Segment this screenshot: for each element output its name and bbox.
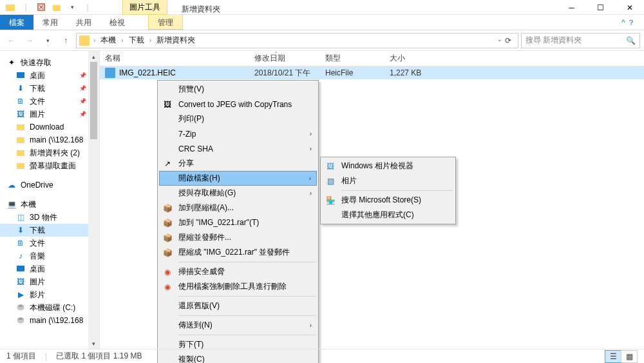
scroll-down-icon[interactable]: ▾ bbox=[88, 338, 99, 349]
ctx-grant-access[interactable]: 授與存取權給(G)› bbox=[159, 186, 317, 201]
nav-main-share-b[interactable]: ⛃main (\\192.168 bbox=[0, 314, 99, 327]
chevron-right-icon[interactable]: › bbox=[147, 37, 154, 44]
nav-recent-dropdown[interactable]: ▾ bbox=[40, 33, 55, 48]
minimize-button[interactable]: ─ bbox=[557, 0, 586, 15]
nav-desktop[interactable]: 桌面📌 bbox=[0, 69, 99, 82]
ribbon-tab-view[interactable]: 檢視 bbox=[100, 15, 134, 30]
store-icon: 🏪 bbox=[325, 195, 336, 206]
nav-quick-access[interactable]: ✦快速存取 bbox=[0, 56, 99, 69]
nav-music[interactable]: ♪音樂 bbox=[0, 250, 99, 262]
nav-main-share[interactable]: main (\\192.168 bbox=[0, 133, 99, 146]
ctx-7zip[interactable]: 7-Zip› bbox=[159, 126, 317, 141]
new-folder-small-icon[interactable] bbox=[52, 2, 62, 12]
sub-ms-store[interactable]: 🏪搜尋 Microsoft Store(S) bbox=[322, 193, 454, 208]
refresh-icon[interactable]: ⟳ bbox=[505, 36, 511, 45]
search-box[interactable]: 搜尋 新增資料夾 🔍 bbox=[521, 33, 640, 48]
breadcrumb-dropdown-icon[interactable]: ⌄ bbox=[497, 36, 502, 45]
ctx-add-rar[interactable]: 📦加到 "IMG_0221.rar"(T) bbox=[159, 215, 317, 230]
ctx-add-archive[interactable]: 📦加到壓縮檔(A)... bbox=[159, 201, 317, 215]
file-date: 2018/10/21 下午 bbox=[249, 68, 320, 79]
scroll-thumb[interactable] bbox=[90, 62, 97, 139]
ribbon-help-button[interactable]: ^ ？ bbox=[612, 15, 644, 30]
properties-icon[interactable] bbox=[36, 2, 46, 12]
ctx-crcsha[interactable]: CRC SHA› bbox=[159, 141, 317, 156]
ribbon-tab-share[interactable]: 共用 bbox=[67, 15, 100, 30]
separator bbox=[178, 335, 316, 335]
qat-dropdown-icon[interactable]: ▾ bbox=[67, 2, 77, 12]
ctx-restore-previous[interactable]: 還原舊版(V) bbox=[159, 299, 317, 313]
nav-desktop-pc[interactable]: 桌面 bbox=[0, 262, 99, 275]
nav-label: 桌面 bbox=[30, 70, 45, 81]
view-details-button[interactable]: ☰ bbox=[605, 350, 621, 363]
nav-screenshots[interactable]: 螢幕擷取畫面 bbox=[0, 159, 99, 172]
search-placeholder: 搜尋 新增資料夾 bbox=[526, 35, 622, 46]
breadcrumb-folder[interactable]: 新增資料夾 bbox=[155, 35, 196, 46]
nav-label: 桌面 bbox=[30, 264, 45, 275]
chevron-right-icon[interactable]: › bbox=[91, 37, 98, 44]
separator bbox=[178, 315, 316, 316]
winrar-icon: 📦 bbox=[162, 202, 173, 214]
ctx-send-to[interactable]: 傳送到(N)› bbox=[159, 318, 317, 333]
col-type[interactable]: 類型 bbox=[320, 51, 384, 66]
ctx-compress-email[interactable]: 📦壓縮並發郵件... bbox=[159, 230, 317, 245]
col-date[interactable]: 修改日期 bbox=[249, 51, 320, 66]
ribbon-tab-file[interactable]: 檔案 bbox=[0, 15, 33, 30]
window-title: 新增資料夾 bbox=[167, 4, 220, 15]
separator bbox=[178, 296, 316, 297]
divider-icon: | bbox=[21, 2, 31, 12]
nav-scrollbar[interactable]: ▴ ▾ bbox=[88, 51, 99, 349]
ctx-scan-virus[interactable]: ◉掃描安全威脅 bbox=[159, 264, 317, 279]
picture-icon: 🖼 bbox=[15, 109, 26, 119]
ctx-print[interactable]: 列印(P) bbox=[159, 112, 317, 126]
nav-forward-button[interactable]: → bbox=[22, 33, 37, 48]
file-row[interactable]: IMG_0221.HEIC 2018/10/21 下午 HeicFile 1,2… bbox=[100, 66, 644, 79]
chevron-right-icon: › bbox=[310, 145, 312, 152]
search-icon[interactable]: 🔍 bbox=[626, 36, 636, 45]
ctx-open-with[interactable]: 開啟檔案(H)› bbox=[159, 171, 317, 186]
chevron-right-icon[interactable]: › bbox=[118, 37, 126, 44]
nav-thispc[interactable]: 💻本機 bbox=[0, 198, 99, 211]
view-large-icons-button[interactable]: ▦ bbox=[621, 350, 638, 363]
nav-download-en[interactable]: Download bbox=[0, 121, 99, 133]
ctx-force-delete[interactable]: ◉使用檔案強制刪除工具進行刪除 bbox=[159, 279, 317, 294]
ctx-compress-rar-email[interactable]: 📦壓縮成 "IMG_0221.rar" 並發郵件 bbox=[159, 245, 317, 260]
nav-label: 快速存取 bbox=[21, 57, 52, 68]
quick-access-toolbar: | ▾ | bbox=[0, 2, 98, 12]
nav-up-button[interactable]: ↑ bbox=[58, 33, 73, 48]
folder-icon bbox=[79, 35, 90, 46]
ribbon-tab-manage[interactable]: 管理 bbox=[148, 15, 183, 30]
sub-photos-app[interactable]: ▧相片 bbox=[322, 173, 454, 188]
col-label: 名稱 bbox=[105, 53, 120, 64]
sub-choose-app[interactable]: 選擇其他應用程式(C) bbox=[322, 208, 454, 222]
pc-icon: 💻 bbox=[6, 199, 17, 210]
nav-documents[interactable]: 🗎文件📌 bbox=[0, 95, 99, 108]
nav-back-button[interactable]: ← bbox=[4, 33, 19, 48]
nav-downloads-pc[interactable]: ⬇下載 bbox=[0, 224, 99, 237]
breadcrumb-bar[interactable]: › 本機 › 下載 › 新增資料夾 ⌄ ⟳ bbox=[76, 33, 518, 48]
breadcrumb-downloads[interactable]: 下載 bbox=[128, 35, 146, 46]
maximize-button[interactable]: ☐ bbox=[586, 0, 615, 15]
sub-windows-photo-viewer[interactable]: 🖼Windows 相片檢視器 bbox=[322, 159, 454, 173]
col-name[interactable]: 名稱 bbox=[100, 51, 249, 66]
ctx-convert-copytrans[interactable]: 🖼Convert to JPEG with CopyTrans bbox=[159, 97, 317, 112]
close-button[interactable]: ✕ bbox=[615, 0, 644, 15]
nav-label: 下載 bbox=[30, 225, 45, 236]
nav-videos[interactable]: ▶影片 bbox=[0, 288, 99, 301]
ribbon-tab-home[interactable]: 常用 bbox=[33, 15, 67, 30]
col-size[interactable]: 大小 bbox=[384, 51, 644, 66]
breadcrumb-thispc[interactable]: 本機 bbox=[99, 35, 117, 46]
nav-onedrive[interactable]: ☁OneDrive bbox=[0, 179, 99, 191]
scroll-up-icon[interactable]: ▴ bbox=[88, 51, 99, 62]
ctx-preview[interactable]: 預覽(V) bbox=[159, 82, 317, 97]
nav-downloads[interactable]: ⬇下載📌 bbox=[0, 82, 99, 95]
nav-documents-pc[interactable]: 🗎文件 bbox=[0, 237, 99, 250]
nav-3dobjects[interactable]: ◫3D 物件 bbox=[0, 211, 99, 224]
ctx-share[interactable]: ↗分享 bbox=[159, 156, 317, 171]
nav-newfolder2[interactable]: 新增資料夾 (2) bbox=[0, 146, 99, 159]
nav-localdisk[interactable]: ⛃本機磁碟 (C:) bbox=[0, 301, 99, 314]
music-icon: ♪ bbox=[15, 251, 26, 261]
navigation-pane: ✦快速存取 桌面📌 ⬇下載📌 🗎文件📌 🖼圖片📌 Download main (… bbox=[0, 51, 100, 349]
nav-pictures-pc[interactable]: 🖼圖片 bbox=[0, 275, 99, 288]
nav-pictures[interactable]: 🖼圖片📌 bbox=[0, 108, 99, 121]
nav-label: 3D 物件 bbox=[30, 212, 57, 223]
